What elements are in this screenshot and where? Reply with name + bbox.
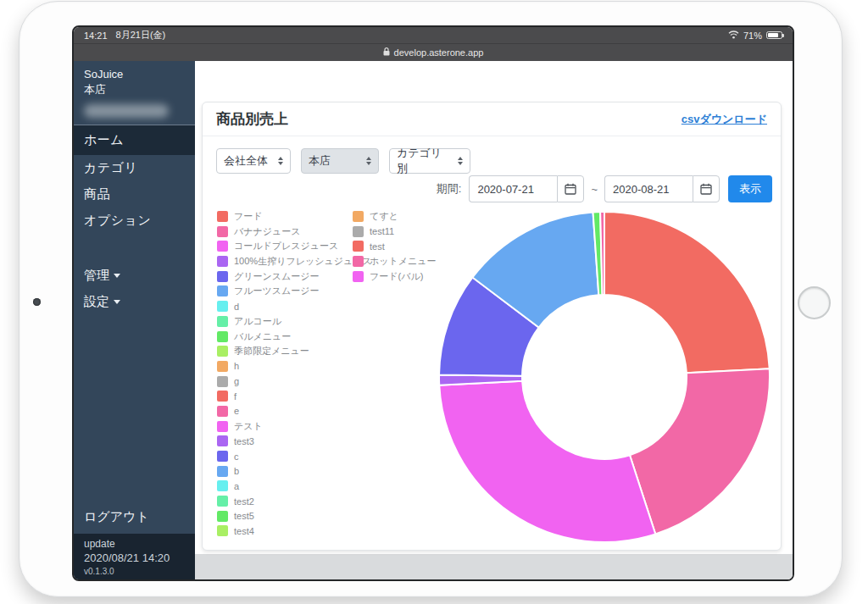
legend-label: テスト bbox=[234, 420, 263, 433]
legend-item[interactable]: ホットメニュー bbox=[353, 256, 437, 267]
legend-swatch bbox=[217, 241, 228, 252]
legend-label: h bbox=[234, 361, 239, 371]
sidebar-item-category[interactable]: カテゴリ bbox=[74, 155, 195, 181]
legend-label: test11 bbox=[370, 226, 394, 236]
legend-swatch bbox=[353, 271, 364, 282]
legend-item[interactable]: f bbox=[217, 391, 371, 402]
sidebar-group-settings-label: 設定 bbox=[84, 294, 109, 310]
sidebar: SoJuice 本店 ホーム カテゴリ 商品 オプション 管理 設定 bbox=[74, 61, 195, 581]
sidebar-flex-spacer bbox=[74, 315, 195, 502]
donut-segment-バナナジュース[interactable] bbox=[630, 368, 770, 534]
mode-select[interactable]: カテゴリ別 bbox=[389, 148, 470, 174]
url-text: develop.asterone.app bbox=[394, 47, 484, 58]
sidebar-group-admin[interactable]: 管理 bbox=[74, 263, 195, 289]
legend-label: コールドプレスジュース bbox=[234, 240, 338, 252]
store-select[interactable]: 本店 bbox=[301, 148, 379, 174]
legend-swatch bbox=[217, 285, 228, 296]
legend-item[interactable]: g bbox=[217, 376, 371, 387]
range-separator: ~ bbox=[591, 183, 598, 196]
legend-item[interactable]: test4 bbox=[217, 525, 371, 536]
legend-item[interactable]: フルーツスムージー bbox=[217, 285, 371, 296]
legend-label: アルコール bbox=[234, 315, 281, 328]
legend-label: バルメニュー bbox=[234, 330, 291, 343]
legend-item[interactable]: test3 bbox=[217, 435, 371, 446]
chevron-down-icon bbox=[114, 274, 120, 278]
legend-item[interactable]: コールドプレスジュース bbox=[217, 241, 371, 252]
date-from-input[interactable] bbox=[469, 175, 557, 202]
legend-label: e bbox=[234, 406, 239, 416]
legend-item[interactable]: フード(バル) bbox=[353, 271, 437, 282]
legend-swatch bbox=[217, 391, 228, 402]
legend-item[interactable]: グリーンスムージー bbox=[217, 271, 371, 282]
company-select-value: 会社全体 bbox=[224, 153, 268, 169]
legend-label: d bbox=[234, 302, 239, 312]
legend-item[interactable]: test2 bbox=[217, 496, 371, 507]
select-arrows-icon bbox=[366, 157, 371, 165]
legend-swatch bbox=[217, 421, 228, 432]
legend-item[interactable]: a bbox=[217, 480, 371, 491]
legend-item[interactable]: アルコール bbox=[217, 316, 371, 327]
safari-topbar: 14:21 8月21日(金) 71% bbox=[74, 27, 793, 61]
legend-swatch bbox=[217, 271, 228, 282]
date-to-input[interactable] bbox=[604, 175, 693, 202]
chart-legend-column-1: フードバナナジュースコールドプレスジュース100%生搾りフレッシュジュースグリー… bbox=[217, 211, 371, 540]
sidebar-item-product[interactable]: 商品 bbox=[74, 181, 195, 208]
legend-item[interactable]: てすと bbox=[353, 211, 437, 222]
legend-item[interactable]: h bbox=[217, 361, 371, 372]
period-row: 期間: ~ bbox=[437, 175, 772, 202]
legend-item[interactable]: c bbox=[217, 451, 371, 462]
address-bar[interactable]: develop.asterone.app bbox=[74, 44, 793, 60]
logout-button[interactable]: ログアウト bbox=[74, 502, 195, 534]
tablet-screen: 14:21 8月21日(金) 71% bbox=[72, 25, 794, 581]
legend-swatch bbox=[217, 316, 228, 327]
legend-item[interactable]: b bbox=[217, 466, 371, 477]
donut-segment-コールドプレスジュース[interactable] bbox=[439, 381, 655, 542]
donut-chart bbox=[437, 209, 772, 545]
legend-item[interactable]: d bbox=[217, 301, 371, 312]
legend-item[interactable]: 100%生搾りフレッシュジュース bbox=[217, 256, 371, 267]
legend-item[interactable]: test5 bbox=[217, 511, 371, 522]
chart-legend-column-2: てすとtest11testホットメニューフード(バル) bbox=[353, 211, 437, 285]
show-button[interactable]: 表示 bbox=[728, 175, 772, 202]
legend-swatch bbox=[217, 346, 228, 357]
update-label: update bbox=[84, 538, 185, 550]
legend-label: グリーンスムージー bbox=[234, 270, 320, 283]
legend-label: test3 bbox=[234, 436, 254, 446]
legend-label: test2 bbox=[234, 496, 254, 507]
page-bottom-background bbox=[195, 554, 793, 581]
legend-item[interactable]: 季節限定メニュー bbox=[217, 346, 371, 357]
camera-icon bbox=[33, 298, 41, 306]
legend-item[interactable]: テスト bbox=[217, 421, 371, 432]
donut-segment-フード[interactable] bbox=[604, 212, 770, 373]
company-select[interactable]: 会社全体 bbox=[216, 148, 291, 174]
legend-swatch bbox=[217, 256, 228, 267]
csv-download-link[interactable]: csvダウンロード bbox=[682, 112, 767, 127]
brand-name: SoJuice bbox=[84, 67, 185, 81]
battery-percent: 71% bbox=[743, 30, 762, 41]
store-name: 本店 bbox=[84, 82, 185, 97]
legend-item[interactable]: バナナジュース bbox=[217, 226, 371, 237]
legend-item[interactable]: バルメニュー bbox=[217, 331, 371, 342]
legend-swatch bbox=[353, 241, 364, 252]
sidebar-spacer bbox=[74, 234, 195, 263]
calendar-icon[interactable] bbox=[693, 175, 720, 202]
legend-label: g bbox=[234, 376, 239, 386]
legend-swatch bbox=[217, 376, 228, 387]
legend-swatch bbox=[217, 466, 228, 477]
sidebar-item-home[interactable]: ホーム bbox=[74, 125, 195, 155]
legend-item[interactable]: フード bbox=[217, 211, 371, 222]
legend-item[interactable]: test11 bbox=[353, 226, 437, 237]
legend-label: 季節限定メニュー bbox=[234, 345, 309, 357]
sidebar-item-option[interactable]: オプション bbox=[74, 208, 195, 234]
date-text: 8月21日(金) bbox=[116, 29, 166, 42]
main-area: 商品別売上 csvダウンロード 会社全体 本店 カテゴリ bbox=[195, 61, 793, 581]
calendar-icon[interactable] bbox=[557, 175, 584, 202]
legend-item[interactable]: test bbox=[353, 241, 437, 252]
legend-swatch bbox=[217, 480, 228, 491]
sidebar-group-settings[interactable]: 設定 bbox=[74, 289, 195, 315]
filter-row: 会社全体 本店 カテゴリ別 bbox=[216, 148, 470, 174]
sidebar-footer: update 2020/08/21 14:20 v0.1.3.0 bbox=[74, 534, 195, 581]
legend-label: c bbox=[234, 452, 239, 462]
legend-item[interactable]: e bbox=[217, 406, 371, 417]
home-button[interactable] bbox=[798, 286, 831, 319]
